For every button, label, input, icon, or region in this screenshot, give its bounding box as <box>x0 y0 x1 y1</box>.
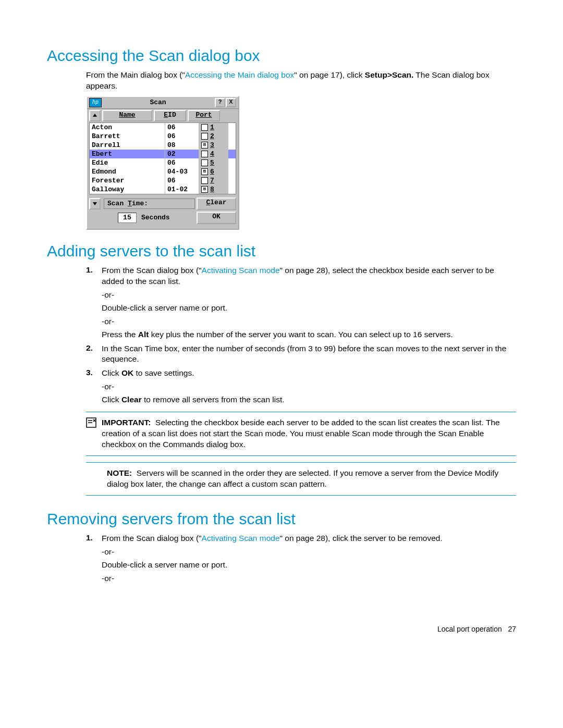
step1-alt2: Press the Alt key plus the number of the… <box>102 329 516 340</box>
intro-paragraph: From the Main dialog box ("Accessing the… <box>86 70 516 92</box>
table-row[interactable]: Edie065 <box>90 158 236 167</box>
scan-time-input[interactable] <box>118 213 137 223</box>
step-text: " on page 28), click the server to be re… <box>280 534 443 542</box>
table-row[interactable]: Edmond04-03⊠6 <box>90 167 236 176</box>
or-separator: -or- <box>102 290 516 300</box>
svg-marker-1 <box>93 202 97 205</box>
note-callout: NOTE: Servers will be scanned in the ord… <box>86 462 516 496</box>
important-callout: IMPORTANT: Selecting the checkbox beside… <box>86 412 516 456</box>
clear-button[interactable]: Clear <box>197 198 236 210</box>
or-separator: -or- <box>102 547 516 557</box>
server-port: 01-02 <box>165 185 199 194</box>
heading-removing-servers: Removing servers from the scan list <box>47 510 516 528</box>
step-text: Click OK to save settings. <box>102 368 516 379</box>
or-separator: -or- <box>102 574 516 583</box>
heading-adding-servers: Adding servers to the scan list <box>47 242 516 260</box>
checkbox-icon[interactable]: ⊠ <box>201 186 208 193</box>
server-port: 06 <box>165 176 199 185</box>
server-port: 06 <box>165 132 199 141</box>
step-number: 3. <box>86 368 93 377</box>
important-icon <box>86 417 97 429</box>
hp-logo-icon: hp <box>89 98 102 107</box>
intro-link[interactable]: Accessing the Main dialog box <box>185 70 294 79</box>
scan-time-label: Scan Time: <box>104 199 195 209</box>
server-index: 6 <box>210 168 214 176</box>
server-list: Acton061Barrett062Darrell08⊠3Ebert024Edi… <box>89 122 236 194</box>
table-row[interactable]: Acton061 <box>90 123 236 132</box>
server-index: 5 <box>210 159 214 167</box>
step-text: From the Scan dialog box (" <box>102 266 202 275</box>
server-name: Barrett <box>90 132 165 141</box>
dialog-titlebar: hp Scan ? X <box>87 97 238 109</box>
intro-bold: Setup>Scan. <box>365 70 413 79</box>
server-index: 7 <box>210 177 214 184</box>
or-separator: -or- <box>102 317 516 326</box>
note-text: Servers will be scanned in the order the… <box>107 468 498 488</box>
step-number: 2. <box>86 343 93 353</box>
server-name: Ebert <box>90 150 165 158</box>
server-check-cell: 1 <box>199 123 228 132</box>
step1-alt1: Double-click a server name or port. <box>102 303 516 314</box>
step-3: 3. Click OK to save settings. -or- Click… <box>86 368 516 405</box>
server-index: 3 <box>210 141 214 149</box>
important-text: Selecting the checkbox beside each serve… <box>102 418 500 449</box>
server-name: Edie <box>90 158 165 167</box>
server-check-cell: ⊠8 <box>199 185 228 194</box>
page-footer: Local port operation 27 <box>47 625 516 633</box>
table-row[interactable]: Darrell08⊠3 <box>90 141 236 150</box>
intro-text-b: " on page 17), click <box>294 70 365 79</box>
step-text: From the Scan dialog box (" <box>102 534 202 542</box>
help-button[interactable]: ? <box>215 98 225 107</box>
server-name: Forester <box>90 176 165 185</box>
column-header-port[interactable]: Port <box>188 110 220 121</box>
server-check-cell: 4 <box>199 150 228 158</box>
alt-text: Double-click a server name or port. <box>102 560 516 571</box>
table-row[interactable]: Barrett062 <box>90 132 236 141</box>
important-label: IMPORTANT: <box>102 418 151 427</box>
column-header-eid[interactable]: EID <box>154 110 186 121</box>
heading-accessing-scan: Accessing the Scan dialog box <box>47 47 516 65</box>
close-button[interactable]: X <box>226 98 236 107</box>
checkbox-icon[interactable] <box>201 177 208 184</box>
table-row[interactable]: Galloway01-02⊠8 <box>90 185 236 194</box>
server-index: 4 <box>210 150 214 158</box>
checkbox-icon[interactable] <box>201 133 208 140</box>
checkbox-icon[interactable] <box>201 159 208 166</box>
server-index: 1 <box>210 124 214 131</box>
step-number: 1. <box>86 265 93 275</box>
server-port: 06 <box>165 123 199 132</box>
server-port: 06 <box>165 158 199 167</box>
column-header-name[interactable]: Name <box>102 110 152 121</box>
step1-link[interactable]: Activating Scan mode <box>202 534 280 542</box>
server-check-cell: ⊠3 <box>199 141 228 150</box>
seconds-label: Seconds <box>138 213 173 223</box>
server-port: 02 <box>165 150 199 158</box>
step-2: 2. In the Scan Time box, enter the numbe… <box>86 343 516 365</box>
scan-dialog: hp Scan ? X Name EID Port Acton061Barret… <box>86 96 239 230</box>
server-port: 08 <box>165 141 199 150</box>
ok-button[interactable]: OK <box>197 212 236 224</box>
server-port: 04-03 <box>165 167 199 176</box>
server-check-cell: ⊠6 <box>199 167 228 176</box>
step-1: 1. From the Scan dialog box ("Activating… <box>86 265 516 340</box>
header-row: Name EID Port <box>87 109 238 122</box>
step3-alt: Click Clear to remove all servers from t… <box>102 394 516 405</box>
intro-text-a: From the Main dialog box (" <box>86 70 185 79</box>
checkbox-icon[interactable] <box>201 151 208 157</box>
server-name: Galloway <box>90 185 165 194</box>
sort-up-icon[interactable] <box>89 110 101 121</box>
server-check-cell: 7 <box>199 176 228 185</box>
step1-link[interactable]: Activating Scan mode <box>202 266 280 275</box>
svg-marker-0 <box>93 114 97 117</box>
sort-down-icon[interactable] <box>89 198 101 209</box>
note-label: NOTE: <box>107 468 132 477</box>
or-separator: -or- <box>102 382 516 391</box>
server-index: 2 <box>210 132 214 140</box>
table-row[interactable]: Forester067 <box>90 176 236 185</box>
table-row[interactable]: Ebert024 <box>90 150 236 158</box>
server-index: 8 <box>210 186 214 193</box>
server-name: Darrell <box>90 141 165 150</box>
checkbox-icon[interactable]: ⊠ <box>201 142 208 149</box>
checkbox-icon[interactable]: ⊠ <box>201 168 208 175</box>
checkbox-icon[interactable] <box>201 124 208 131</box>
